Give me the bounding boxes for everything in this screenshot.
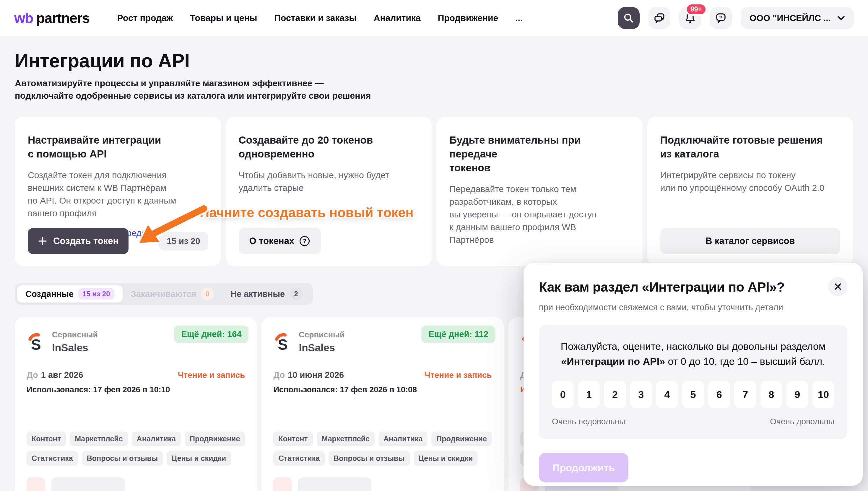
rating-button[interactable]: 9 <box>786 381 808 408</box>
used-label: Использовался: <box>27 385 91 394</box>
info-card-body: Создайте токен для подключения внешних с… <box>28 169 208 220</box>
token-card-actions <box>273 478 492 491</box>
main-nav: Рост продажТовары и ценыПоставки и заказ… <box>117 13 523 23</box>
service-catalog-button[interactable]: В каталог сервисов <box>660 228 841 254</box>
token-validity-row: До1 авг 2026 Чтение и запись <box>27 370 245 380</box>
scope-tag: Продвижение <box>185 432 245 446</box>
chat-icon <box>653 12 666 24</box>
nav-item[interactable]: Поставки и заказы <box>274 13 356 23</box>
rating-button[interactable]: 1 <box>578 381 600 408</box>
token-name: InSales <box>299 342 345 354</box>
token-card: Ещё дней: 112 S Сервисный InSales До10 и… <box>261 317 503 491</box>
rating-button[interactable]: 0 <box>552 381 574 408</box>
scale-min-label: Очень недовольны <box>552 417 625 426</box>
svg-text:?: ? <box>303 238 307 244</box>
token-quota-badge: 15 из 20 <box>159 232 208 251</box>
tab-inactive[interactable]: Не активные 2 <box>222 285 311 302</box>
nav-item[interactable]: ... <box>515 13 523 23</box>
token-validity-row: До10 июня 2026 Чтение и запись <box>273 370 492 380</box>
valid-date: 10 июня 2026 <box>288 370 344 380</box>
app-logo[interactable]: wb partners <box>14 10 89 26</box>
info-card-token-safety: Будьте внимательны при передаче токенов … <box>436 117 643 266</box>
delete-token-button[interactable] <box>273 478 292 491</box>
scope-tag: Контент <box>273 432 313 446</box>
chat-button[interactable] <box>648 7 670 29</box>
rating-button[interactable]: 10 <box>812 381 834 408</box>
info-card-body: Передавайте токен только тем разработчик… <box>450 182 630 247</box>
used-label: Использовался: <box>273 385 338 394</box>
tab-created[interactable]: Созданные 15 из 20 <box>17 285 123 302</box>
rating-button[interactable]: 2 <box>604 381 626 408</box>
token-access-mode: Чтение и запись <box>425 371 492 380</box>
account-switcher[interactable]: ООО "ИНСЕЙЛС ... <box>741 7 854 29</box>
token-tabs: Созданные 15 из 20 Заканчиваются 0 Не ак… <box>15 283 313 305</box>
info-card-body: Интегрируйте сервисы по токену или по уп… <box>660 169 841 194</box>
info-card-title: Создавайте до 20 токенов одновременно <box>239 133 419 161</box>
survey-question: Пожалуйста, оцените, насколько вы доволь… <box>552 339 834 369</box>
search-button[interactable] <box>618 7 640 29</box>
info-card-title: Подключайте готовые решения из каталога <box>660 133 841 161</box>
rating-button[interactable]: 8 <box>760 381 782 408</box>
token-secondary-button[interactable] <box>51 478 125 491</box>
account-name: ООО "ИНСЕЙЛС ... <box>750 13 831 23</box>
create-token-button[interactable]: Создать токен <box>28 228 128 254</box>
rating-button[interactable]: 3 <box>630 381 652 408</box>
used-value: 17 фев 2026 в 10:08 <box>340 385 417 394</box>
info-card-catalog: Подключайте готовые решения из каталога … <box>647 117 853 266</box>
insales-logo-icon: S <box>27 333 45 352</box>
chevron-down-icon <box>837 16 845 20</box>
token-secondary-button[interactable] <box>298 478 371 491</box>
close-button[interactable] <box>829 277 847 296</box>
tab-expiring-label: Заканчиваются <box>131 289 197 299</box>
about-tokens-label: О токенах <box>249 236 294 247</box>
scope-tag: Маркетплейс <box>317 432 375 446</box>
valid-prefix: До <box>273 370 285 380</box>
continue-button[interactable]: Продолжить <box>539 453 628 483</box>
help-button[interactable]: ? <box>710 7 732 29</box>
tab-inactive-label: Не активные <box>230 289 285 299</box>
token-scopes-row1: КонтентМаркетплейсАналитикаПродвижение <box>273 432 492 446</box>
info-card-body: Чтобы добавить новые, нужно будет удалит… <box>239 169 419 194</box>
token-name: InSales <box>52 342 98 354</box>
page-title: Интеграции по API <box>15 50 853 72</box>
survey-subtitle: при необходимости свяжемся с вами, чтобы… <box>539 302 847 312</box>
header-actions: 99+ ? ООО "ИНСЕЙЛС ... <box>618 7 854 29</box>
tab-created-badge: 15 из 20 <box>78 288 114 299</box>
info-card-setup-api: Настраивайте интеграции с помощью API Со… <box>15 117 221 266</box>
tab-expiring-badge: 0 <box>201 287 214 300</box>
token-last-used: Использовался: 17 фев 2026 в 10:10 <box>27 385 245 395</box>
notifications-wrap: 99+ <box>679 7 701 29</box>
token-scopes-row2: СтатистикаВопросы и отзывыЦены и скидки <box>27 451 245 466</box>
insales-logo-icon: S <box>273 333 292 352</box>
top-bar: wb partners Рост продажТовары и ценыПост… <box>0 0 868 36</box>
scope-tag: Продвижение <box>431 432 492 446</box>
token-card-titles: Сервисный InSales <box>52 330 98 354</box>
nav-item[interactable]: Товары и цены <box>190 13 257 23</box>
about-tokens-button[interactable]: О токенах ? <box>239 228 321 254</box>
delete-token-button[interactable] <box>27 478 45 491</box>
rating-button[interactable]: 4 <box>656 381 678 408</box>
svg-text:S: S <box>31 336 41 352</box>
token-scopes-row2: СтатистикаВопросы и отзывыЦены и скидки <box>273 451 492 466</box>
create-token-label: Создать токен <box>53 236 118 247</box>
token-card: Ещё дней: 164 S Сервисный InSales До1 ав… <box>15 317 257 491</box>
info-card-actions: О токенах ? <box>239 228 419 254</box>
scope-tag: Вопросы и отзывы <box>82 451 163 466</box>
scale-max-label: Очень довольны <box>770 417 834 426</box>
scope-tag: Аналитика <box>378 432 428 446</box>
survey-box: Пожалуйста, оцените, насколько вы доволь… <box>539 325 847 439</box>
nav-item[interactable]: Продвижение <box>438 13 498 23</box>
rating-button[interactable]: 7 <box>734 381 756 408</box>
token-valid-until: До1 авг 2026 <box>27 370 83 380</box>
days-left-badge: Ещё дней: 164 <box>174 325 249 343</box>
token-last-used: Использовался: 17 фев 2026 в 10:08 <box>273 385 492 395</box>
nav-item[interactable]: Аналитика <box>374 13 421 23</box>
info-card-token-limit: Создавайте до 20 токенов одновременно Чт… <box>226 117 432 266</box>
valid-date: 1 авг 2026 <box>41 370 83 380</box>
tab-expiring[interactable]: Заканчиваются 0 <box>123 285 223 302</box>
rating-button[interactable]: 6 <box>708 381 730 408</box>
token-access-mode: Чтение и запись <box>178 371 245 380</box>
nav-item[interactable]: Рост продаж <box>117 13 173 23</box>
rating-scale: 012345678910 <box>552 381 834 408</box>
rating-button[interactable]: 5 <box>682 381 704 408</box>
